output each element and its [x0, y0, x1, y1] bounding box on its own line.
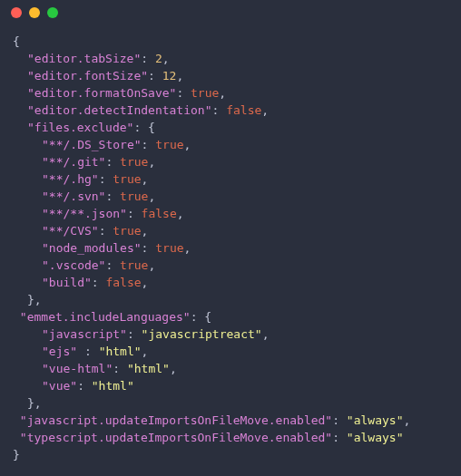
code-line: "javascript": "javascriptreact", [13, 325, 448, 343]
code-line: "emmet.includeLanguages": { [13, 308, 448, 325]
code-line: "**/.svn": true, [13, 188, 448, 205]
code-line: "vue-html": "html", [13, 360, 448, 377]
zoom-icon[interactable] [47, 7, 58, 18]
code-line: "**/**.json": false, [13, 205, 448, 222]
code-line: "editor.detectIndentation": false, [13, 102, 448, 119]
code-line: "**/.git": true, [13, 153, 448, 170]
window-titlebar [0, 0, 461, 25]
code-line: "**/.DS_Store": true, [13, 136, 448, 153]
minimize-icon[interactable] [29, 7, 40, 18]
code-line: { [13, 33, 448, 50]
code-line: "ejs" : "html", [13, 343, 448, 360]
code-line: ".vscode": true, [13, 257, 448, 274]
code-line: "build": false, [13, 274, 448, 291]
code-line: "**/CVS": true, [13, 222, 448, 239]
code-line: "editor.tabSize": 2, [13, 50, 448, 67]
code-line: "files.exclude": { [13, 119, 448, 136]
code-line: "editor.fontSize": 12, [13, 67, 448, 84]
code-line: }, [13, 291, 448, 308]
code-line: }, [13, 394, 448, 412]
code-line: } [13, 446, 448, 463]
code-line: "vue": "html" [13, 377, 448, 394]
code-line: "javascript.updateImportsOnFileMove.enab… [13, 412, 448, 429]
close-icon[interactable] [11, 7, 22, 18]
code-line: "node_modules": true, [13, 239, 448, 257]
code-line: "**/.hg": true, [13, 170, 448, 188]
code-block: {"editor.tabSize": 2,"editor.fontSize": … [0, 25, 461, 476]
code-line: "typescript.updateImportsOnFileMove.enab… [13, 429, 448, 446]
code-line: "editor.formatOnSave": true, [13, 84, 448, 102]
